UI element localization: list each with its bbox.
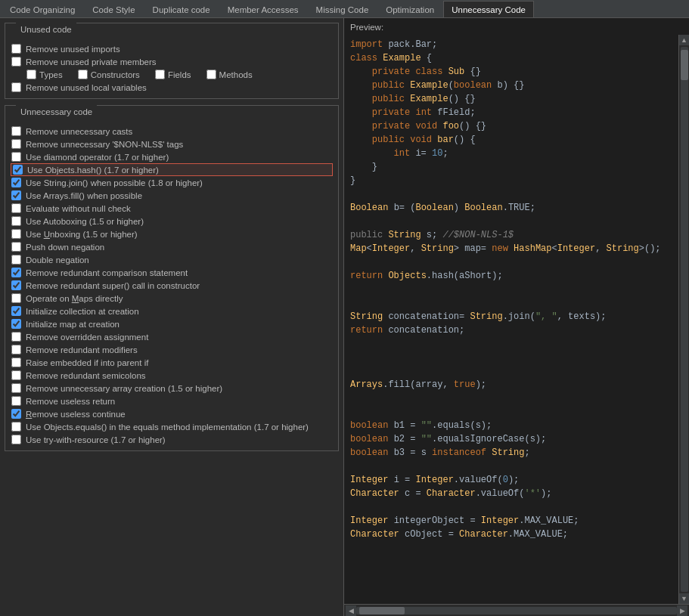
- evaluate-null-checkbox[interactable]: [11, 203, 21, 213]
- remove-unnecessary-array-creation-checkbox[interactable]: [11, 383, 21, 393]
- remove-unused-imports-checkbox[interactable]: [11, 44, 21, 54]
- methods-checkbox[interactable]: [206, 70, 216, 79]
- tab-code-organizing[interactable]: Code Organizing: [2, 1, 83, 17]
- remove-redundant-modifiers-row: Remove redundant modifiers: [11, 343, 332, 356]
- preview-label: Preview:: [344, 18, 689, 35]
- remove-useless-return-checkbox[interactable]: [11, 396, 21, 406]
- remove-unnecessary-casts-row: Remove unnecessary casts: [11, 125, 332, 138]
- push-down-negation-row: Push down negation: [11, 240, 332, 253]
- use-objects-hash-checkbox[interactable]: [13, 165, 23, 175]
- initialize-map-label: Initialize map at creation: [26, 320, 119, 329]
- use-try-with-resource-label: Use try-with-resource (1.7 or higher): [26, 435, 166, 444]
- use-objects-hash-label: Use Objects.hash() (1.7 or higher): [27, 166, 159, 175]
- tab-missing-code[interactable]: Missing Code: [308, 1, 377, 17]
- initialize-map-row: Initialize map at creation: [11, 317, 332, 330]
- remove-unnecessary-array-creation-row: Remove unnecessary array creation (1.5 o…: [11, 382, 332, 395]
- remove-unnecessary-nls-row: Remove unnecessary '$NON-NLS$' tags: [11, 138, 332, 150]
- remove-redundant-modifiers-checkbox[interactable]: [11, 345, 21, 354]
- remove-unused-imports-row: Remove unused imports: [11, 42, 332, 55]
- double-negation-checkbox[interactable]: [11, 255, 21, 265]
- right-panel-inner: import pack.Bar; class Example { private…: [344, 35, 689, 604]
- scroll-left-arrow[interactable]: ◀: [346, 605, 356, 616]
- code-preview: import pack.Bar; class Example { private…: [344, 35, 678, 604]
- use-string-join-label: Use String.join() when possible (1.8 or …: [26, 178, 203, 187]
- use-diamond-label: Use diamond operator (1.7 or higher): [26, 153, 169, 162]
- remove-redundant-comparison-checkbox[interactable]: [11, 268, 21, 277]
- remove-unused-private-label: Remove unused private members: [26, 57, 157, 67]
- remove-unused-local-row: Remove unused local variables: [11, 81, 332, 94]
- unnecessary-code-section: Unnecessary code Remove unnecessary cast…: [5, 105, 339, 451]
- tab-duplicate-code[interactable]: Duplicate code: [144, 1, 219, 17]
- remove-overridden-assignment-row: Remove overridden assignment: [11, 330, 332, 343]
- remove-useless-continue-checkbox[interactable]: [11, 409, 21, 419]
- remove-useless-return-label: Remove useless return: [26, 397, 115, 406]
- use-arrays-fill-checkbox[interactable]: [11, 190, 21, 200]
- use-diamond-checkbox[interactable]: [11, 152, 21, 162]
- tab-code-style[interactable]: Code Style: [84, 1, 143, 17]
- methods-label: Methods: [219, 70, 253, 79]
- vertical-scrollbar[interactable]: ▲ ▼: [678, 35, 689, 604]
- remove-unnecessary-casts-checkbox[interactable]: [11, 126, 21, 136]
- tab-bar: Code Organizing Code Style Duplicate cod…: [0, 0, 689, 18]
- scroll-right-arrow[interactable]: ▶: [677, 605, 687, 616]
- use-arrays-fill-row: Use Arrays.fill() when possible: [11, 189, 332, 202]
- scroll-thumb[interactable]: [681, 50, 688, 80]
- double-negation-row: Double negation: [11, 253, 332, 266]
- left-panel: Unused code Remove unused imports Remove…: [0, 18, 344, 616]
- scroll-up-arrow[interactable]: ▲: [679, 35, 690, 45]
- unnecessary-code-content: Remove unnecessary casts Remove unnecess…: [5, 125, 338, 450]
- tab-optimization[interactable]: Optimization: [377, 1, 442, 17]
- right-panel: Preview: import pack.Bar; class Example …: [344, 18, 689, 616]
- remove-unnecessary-casts-label: Remove unnecessary casts: [26, 127, 132, 136]
- use-objects-hash-row: Use Objects.hash() (1.7 or higher): [11, 164, 332, 175]
- remove-overridden-assignment-label: Remove overridden assignment: [26, 333, 148, 342]
- use-try-with-resource-row: Use try-with-resource (1.7 or higher): [11, 433, 332, 446]
- raise-embedded-if-checkbox[interactable]: [11, 358, 21, 367]
- types-checkbox[interactable]: [26, 70, 36, 79]
- fields-label: Fields: [168, 70, 191, 79]
- push-down-negation-label: Push down negation: [26, 243, 104, 252]
- remove-redundant-super-label: Remove redundant super() call in constru…: [26, 281, 200, 290]
- remove-redundant-semicolons-checkbox[interactable]: [11, 370, 21, 380]
- scroll-down-arrow[interactable]: ▼: [679, 593, 690, 604]
- evaluate-null-row: Evaluate without null check: [11, 202, 332, 215]
- sub-checkboxes: Types Constructors Fields Methods: [11, 68, 332, 81]
- use-unboxing-checkbox[interactable]: [11, 229, 21, 239]
- push-down-negation-checkbox[interactable]: [11, 242, 21, 252]
- remove-unused-local-checkbox[interactable]: [11, 82, 21, 92]
- use-try-with-resource-checkbox[interactable]: [11, 435, 21, 444]
- methods-sub: Methods: [206, 70, 253, 79]
- use-objects-equals-checkbox[interactable]: [11, 422, 21, 432]
- types-label: Types: [39, 70, 63, 79]
- scroll-track: [681, 47, 688, 592]
- remove-unused-private-checkbox[interactable]: [11, 57, 21, 67]
- tab-unnecessary-code[interactable]: Unnecessary Code: [443, 1, 534, 17]
- use-autoboxing-checkbox[interactable]: [11, 216, 21, 226]
- remove-redundant-super-checkbox[interactable]: [11, 280, 21, 290]
- unnecessary-code-title: Unnecessary code: [16, 105, 97, 119]
- horizontal-scrollbar[interactable]: ◀ ▶: [344, 604, 689, 616]
- initialize-map-checkbox[interactable]: [11, 319, 21, 329]
- fields-sub: Fields: [155, 70, 191, 79]
- tab-member-accesses[interactable]: Member Accesses: [219, 1, 307, 17]
- use-autoboxing-label: Use Autoboxing (1.5 or higher): [26, 217, 144, 226]
- double-negation-label: Double negation: [26, 255, 89, 265]
- remove-redundant-semicolons-row: Remove redundant semicolons: [11, 369, 332, 382]
- use-objects-equals-label: Use Objects.equals() in the equals metho…: [26, 423, 309, 432]
- initialize-collection-checkbox[interactable]: [11, 306, 21, 316]
- operate-on-maps-checkbox[interactable]: [11, 293, 21, 303]
- types-sub: Types: [26, 70, 63, 79]
- remove-unnecessary-array-creation-label: Remove unnecessary array creation (1.5 o…: [26, 384, 222, 393]
- remove-unused-local-label: Remove unused local variables: [26, 83, 147, 92]
- remove-unnecessary-nls-label: Remove unnecessary '$NON-NLS$' tags: [26, 140, 183, 149]
- remove-overridden-assignment-checkbox[interactable]: [11, 332, 21, 342]
- remove-redundant-modifiers-label: Remove redundant modifiers: [26, 345, 138, 354]
- unused-code-content: Remove unused imports Remove unused priv…: [5, 42, 338, 98]
- unused-code-title: Unused code: [16, 23, 76, 36]
- h-scroll-thumb[interactable]: [359, 607, 405, 614]
- constructors-checkbox[interactable]: [78, 70, 88, 79]
- fields-checkbox[interactable]: [155, 70, 165, 79]
- use-string-join-checkbox[interactable]: [11, 178, 21, 187]
- remove-unnecessary-nls-checkbox[interactable]: [11, 139, 21, 149]
- unused-code-section: Unused code Remove unused imports Remove…: [5, 23, 339, 99]
